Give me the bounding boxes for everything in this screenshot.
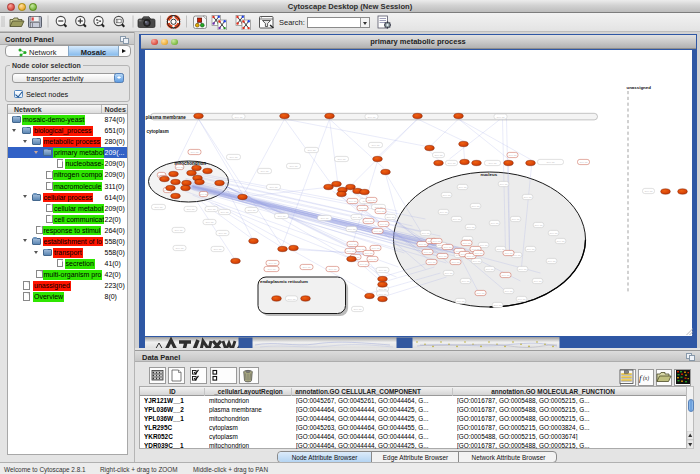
svg-text:Oxx ad: Oxx ad [348,243,357,246]
svg-text:Oxx ad: Oxx ad [458,186,467,189]
svg-text:Oxx ad: Oxx ad [367,199,376,202]
svg-text:Oxx ad: Oxx ad [307,149,316,152]
svg-text:Oxx ad: Oxx ad [371,144,380,147]
svg-text:Oxx ad: Oxx ad [526,248,535,251]
svg-text:Oxx ad: Oxx ad [260,170,269,173]
svg-text:Oxx ad: Oxx ad [364,252,373,255]
svg-text:Oxx ad: Oxx ad [302,266,311,269]
svg-text:Oxx ad: Oxx ad [268,262,277,265]
svg-text:Oxx ad: Oxx ad [556,240,565,243]
svg-text:Oxx ad: Oxx ad [207,208,216,211]
svg-text:Oxx ad: Oxx ad [533,280,542,283]
svg-text:Oxx ad: Oxx ad [247,209,256,212]
svg-text:Oxx ad: Oxx ad [461,280,470,283]
svg-text:Oxx ad: Oxx ad [501,274,510,277]
svg-text:Oxx ad: Oxx ad [289,165,298,168]
svg-text:Oxx ad: Oxx ad [347,228,356,231]
svg-text:unassigned: unassigned [626,84,651,89]
svg-text:Oxx ad: Oxx ad [378,269,387,272]
svg-text:Oxx ad: Oxx ad [456,300,465,303]
svg-text:Oxx ad: Oxx ad [443,246,452,249]
svg-text:Oxx ad: Oxx ad [466,255,475,258]
svg-text:Oxx ad: Oxx ad [579,161,588,164]
svg-text:Oxx ad: Oxx ad [508,154,517,157]
svg-text:Oxx ad: Oxx ad [432,240,441,243]
svg-text:Oxx ad: Oxx ad [267,268,276,271]
svg-text:Oxx ad: Oxx ad [466,226,475,229]
svg-text:Oxx ad: Oxx ad [186,208,195,211]
svg-text:Oxx ad: Oxx ad [485,268,494,271]
svg-text:Oxx ad: Oxx ad [205,221,214,224]
svg-text:Oxx ad: Oxx ad [444,272,453,275]
svg-text:Oxx ad: Oxx ad [359,263,368,266]
svg-text:Oxx ad: Oxx ad [496,115,505,118]
svg-text:Oxx ad: Oxx ad [175,166,184,169]
svg-text:Oxx ad: Oxx ad [504,252,513,255]
svg-text:Oxx ad: Oxx ad [499,183,508,186]
svg-text:Oxx ad: Oxx ad [439,211,448,214]
svg-text:Oxx ad: Oxx ad [474,252,483,255]
svg-text:Oxx ad: Oxx ad [358,207,367,210]
svg-text:Oxx ad: Oxx ad [549,232,558,235]
svg-text:nucleus: nucleus [480,171,497,176]
svg-text:Oxx ad: Oxx ad [213,248,222,251]
svg-text:Oxx ad: Oxx ad [518,268,527,271]
svg-text:Oxx ad: Oxx ad [452,218,461,221]
svg-text:Oxx ad: Oxx ad [451,261,460,264]
svg-text:cytoplasm: cytoplasm [146,128,168,133]
svg-text:Oxx ad: Oxx ad [488,162,497,165]
svg-text:Oxx ad: Oxx ad [546,161,555,164]
svg-text:Oxx ad: Oxx ad [547,260,556,263]
svg-text:Oxx ad: Oxx ad [418,243,427,246]
svg-text:Oxx ad: Oxx ad [287,297,296,300]
svg-text:Oxx ad: Oxx ad [472,260,481,263]
svg-text:Oxx ad: Oxx ad [471,205,480,208]
svg-text:Oxx ad: Oxx ad [174,229,183,232]
svg-text:Oxx ad: Oxx ad [517,298,526,301]
svg-text:Oxx ad: Oxx ad [438,255,447,258]
svg-text:Oxx ad: Oxx ad [218,232,227,235]
svg-text:Oxx ad: Oxx ad [386,216,395,219]
svg-text:Oxx ad: Oxx ad [490,222,499,225]
svg-text:Oxx ad: Oxx ad [320,217,329,220]
svg-text:Oxx ad: Oxx ad [367,115,376,118]
svg-text:Oxx ad: Oxx ad [368,258,377,261]
svg-text:Oxx ad: Oxx ad [199,193,208,196]
svg-text:Oxx ad: Oxx ad [442,194,451,197]
svg-text:Oxx ad: Oxx ad [371,247,380,250]
svg-text:Oxx ad: Oxx ad [269,186,278,189]
svg-text:Oxx ad: Oxx ad [277,215,286,218]
svg-text:Oxx ad: Oxx ad [476,292,485,295]
svg-text:Oxx ad: Oxx ad [352,216,361,219]
svg-text:plasma membrane: plasma membrane [145,114,186,119]
svg-text:Oxx ad: Oxx ad [523,196,532,199]
svg-text:Oxx ad: Oxx ad [373,230,382,233]
svg-text:Oxx ad: Oxx ad [462,242,471,245]
svg-text:Oxx ad: Oxx ad [493,304,502,307]
svg-text:Oxx ad: Oxx ad [364,220,373,223]
svg-text:Oxx ad: Oxx ad [644,190,653,193]
svg-text:Oxx ad: Oxx ad [337,158,346,161]
svg-text:Oxx ad: Oxx ad [421,232,430,235]
svg-text:Oxx ad: Oxx ad [427,261,436,264]
svg-text:Oxx ad: Oxx ad [423,251,432,254]
svg-text:Oxx ad: Oxx ad [234,115,243,118]
svg-text:Oxx ad: Oxx ad [190,151,199,154]
svg-text:Oxx ad: Oxx ad [154,206,163,209]
svg-text:Oxx ad: Oxx ad [353,308,362,311]
svg-text:Oxx ad: Oxx ad [378,292,387,295]
svg-text:Oxx ad: Oxx ad [504,290,513,293]
svg-text:Oxx ad: Oxx ad [220,211,229,214]
svg-text:(x): (x) [643,375,649,382]
svg-text:Oxx ad: Oxx ad [346,250,355,253]
svg-text:Oxx ad: Oxx ad [447,162,456,165]
svg-text:Oxx ad: Oxx ad [434,154,443,157]
svg-text:Oxx ad: Oxx ad [479,244,488,247]
svg-text:Oxx ad: Oxx ad [348,200,357,203]
svg-text:Oxx ad: Oxx ad [175,247,184,250]
svg-text:Oxx ad: Oxx ad [379,223,388,226]
svg-text:Oxx ad: Oxx ad [229,156,238,159]
svg-text:Oxx ad: Oxx ad [328,268,337,271]
svg-text:Oxx ad: Oxx ad [534,224,543,227]
svg-text:endoplasmic reticulum: endoplasmic reticulum [260,278,308,283]
